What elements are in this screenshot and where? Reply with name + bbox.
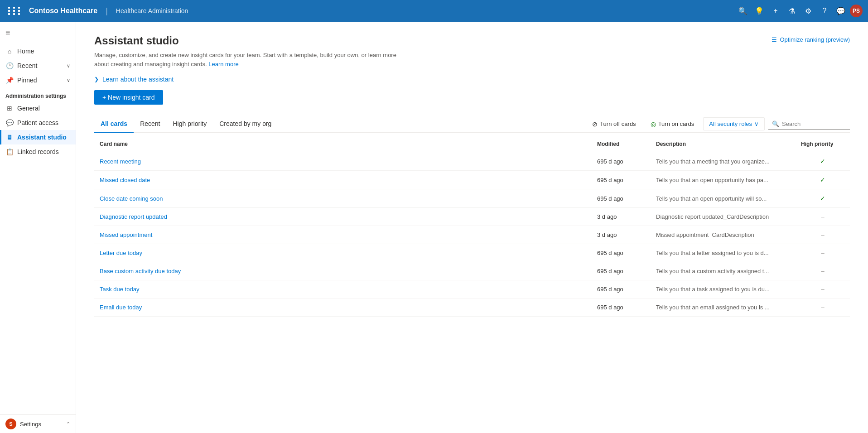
general-icon: ⊞ — [5, 105, 14, 112]
table-row: Task due today695 d agoTells you that a … — [94, 280, 850, 298]
table-row: Email due today695 d agoTells you that a… — [94, 298, 850, 317]
card-name-link[interactable]: Missed appointment — [100, 231, 152, 238]
card-name-link[interactable]: Email due today — [100, 304, 142, 311]
tab-toolbar: All cards Recent High priority Created b… — [94, 115, 850, 133]
optimize-icon: ☰ — [772, 36, 777, 43]
card-name-cell: Diagnostic report updated — [94, 208, 592, 226]
card-description-cell: Missed appointment_CardDescription — [651, 226, 796, 244]
toolbar-actions: ⊘ Turn off cards ◎ Turn on cards All sec… — [587, 117, 850, 130]
priority-dash-icon: – — [821, 304, 824, 311]
app-subtitle: Healthcare Administration — [116, 7, 188, 14]
card-priority-cell: ✓ — [796, 189, 850, 208]
hamburger-icon[interactable]: ≡ — [0, 22, 76, 44]
card-description-cell: Diagnostic report updated_CardDescriptio… — [651, 208, 796, 226]
tab-all-cards-label: All cards — [101, 120, 127, 127]
learn-more-link[interactable]: Learn more — [208, 61, 238, 67]
priority-check-icon: ✓ — [820, 176, 825, 183]
security-roles-label: All security roles — [709, 120, 752, 127]
card-name-link[interactable]: Missed closed date — [100, 177, 150, 183]
settings-bottom[interactable]: S Settings ⌃ — [0, 414, 76, 433]
sidebar-item-recent-label: Recent — [17, 62, 37, 69]
turn-on-label: Turn on cards — [658, 120, 694, 127]
optimize-ranking-button[interactable]: ☰ Optimize ranking (preview) — [772, 36, 850, 43]
tab-all-cards[interactable]: All cards — [94, 115, 134, 133]
settings-icon[interactable]: ⚙ — [801, 4, 815, 18]
security-roles-button[interactable]: All security roles ∨ — [703, 117, 765, 130]
col-header-high-priority: High priority — [796, 136, 850, 152]
priority-dash-icon: – — [821, 268, 824, 274]
card-modified-cell: 695 d ago — [592, 280, 651, 298]
card-name-link[interactable]: Close date coming soon — [100, 195, 163, 202]
tab-recent[interactable]: Recent — [134, 115, 166, 133]
help-icon[interactable]: ? — [817, 4, 832, 18]
card-name-cell: Missed appointment — [94, 226, 592, 244]
card-modified-cell: 695 d ago — [592, 298, 651, 317]
card-priority-cell: ✓ — [796, 171, 850, 189]
card-name-cell: Missed closed date — [94, 171, 592, 189]
sidebar-item-general[interactable]: ⊞ General — [0, 101, 76, 115]
sidebar-item-home[interactable]: ⌂ Home — [0, 44, 76, 58]
lightbulb-icon[interactable]: 💡 — [752, 4, 767, 18]
card-name-link[interactable]: Base custom activity due today — [100, 268, 181, 274]
page-desc-text: Manage, customize, and create new insigh… — [94, 52, 396, 67]
page-description: Manage, customize, and create new insigh… — [94, 51, 402, 68]
sidebar-item-assistant-studio[interactable]: 🖥 Assistant studio — [0, 130, 76, 144]
settings-avatar: S — [5, 419, 16, 429]
table-row: Recent meeting695 d agoTells you that a … — [94, 152, 850, 171]
tab-high-priority[interactable]: High priority — [167, 115, 213, 133]
table-row: Missed closed date695 d agoTells you tha… — [94, 171, 850, 189]
table-row: Diagnostic report updated3 d agoDiagnost… — [94, 208, 850, 226]
col-header-description: Description — [651, 136, 796, 152]
turn-on-cards-button[interactable]: ◎ Turn on cards — [645, 118, 700, 130]
card-name-link[interactable]: Task due today — [100, 286, 139, 293]
priority-dash-icon: – — [821, 286, 824, 293]
card-name-link[interactable]: Letter due today — [100, 250, 142, 256]
home-icon: ⌂ — [5, 48, 14, 55]
col-header-card-name: Card name — [94, 136, 592, 152]
main-content: Assistant studio Manage, customize, and … — [76, 22, 868, 433]
priority-dash-icon: – — [821, 213, 824, 220]
card-description-cell: Tells you that a letter assigned to you … — [651, 244, 796, 262]
new-insight-card-button[interactable]: + New insight card — [94, 90, 163, 105]
filter-icon[interactable]: ⚗ — [785, 4, 799, 18]
linked-records-icon: 📋 — [5, 148, 14, 155]
chat-icon[interactable]: 💬 — [834, 4, 848, 18]
card-name-cell: Base custom activity due today — [94, 262, 592, 280]
user-avatar[interactable]: PS — [850, 5, 863, 17]
tab-created-by-my-org[interactable]: Created by my org — [213, 115, 278, 133]
priority-check-icon: ✓ — [820, 195, 825, 202]
table-row: Letter due today695 d agoTells you that … — [94, 244, 850, 262]
security-roles-chevron-icon: ∨ — [754, 120, 759, 127]
card-name-cell: Email due today — [94, 298, 592, 317]
optimize-label: Optimize ranking (preview) — [780, 36, 850, 43]
sidebar-item-recent[interactable]: 🕐 Recent ∨ — [0, 58, 76, 73]
page-title: Assistant studio — [94, 34, 402, 47]
turn-off-cards-button[interactable]: ⊘ Turn off cards — [587, 118, 641, 130]
learn-about-section[interactable]: ❯ Learn about the assistant — [94, 76, 850, 83]
top-navigation: Contoso Healthcare | Healthcare Administ… — [0, 0, 868, 22]
settings-chevron-icon: ⌃ — [66, 421, 70, 427]
search-box[interactable]: 🔍 — [768, 119, 850, 130]
card-description-cell: Tells you that a task assigned to you is… — [651, 280, 796, 298]
table-row: Base custom activity due today695 d agoT… — [94, 262, 850, 280]
search-icon[interactable]: 🔍 — [736, 4, 750, 18]
sidebar-item-general-label: General — [17, 105, 40, 112]
card-priority-cell: – — [796, 262, 850, 280]
card-modified-cell: 695 d ago — [592, 171, 651, 189]
card-description-cell: Tells you that a meeting that you organi… — [651, 152, 796, 171]
patient-access-icon: 💬 — [5, 119, 14, 126]
page-header: Assistant studio Manage, customize, and … — [94, 34, 850, 68]
search-input[interactable] — [782, 120, 846, 127]
card-priority-cell: – — [796, 280, 850, 298]
sidebar-item-pinned[interactable]: 📌 Pinned ∨ — [0, 73, 76, 87]
app-grid-icon[interactable] — [5, 4, 24, 18]
card-name-link[interactable]: Diagnostic report updated — [100, 213, 167, 220]
sidebar-item-patient-access[interactable]: 💬 Patient access — [0, 115, 76, 130]
card-description-cell: Tells you that an open opportunity has p… — [651, 171, 796, 189]
card-modified-cell: 3 d ago — [592, 208, 651, 226]
assistant-studio-icon: 🖥 — [5, 134, 14, 141]
add-icon[interactable]: + — [768, 4, 783, 18]
priority-dash-icon: – — [821, 250, 824, 256]
card-name-link[interactable]: Recent meeting — [100, 158, 141, 165]
sidebar-item-linked-records[interactable]: 📋 Linked records — [0, 144, 76, 159]
